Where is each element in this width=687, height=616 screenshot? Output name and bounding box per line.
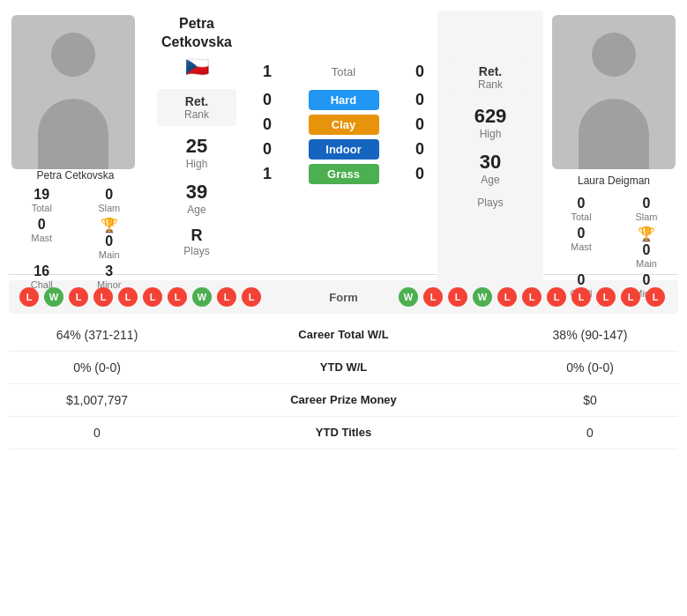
right-plays-section: Plays [477,197,503,209]
left-plays-value: R [183,226,209,245]
left-age-value: 39 [186,181,207,204]
right-total-value: 0 [578,196,586,212]
main-container: Petra Cetkovska 19 Total 0 Slam 0 Mast 🏆… [0,0,687,449]
left-mast-cell: 0 Mast [11,217,72,260]
indoor-right-val: 0 [407,140,433,159]
stat-row-3: 0 YTD Titles 0 [9,417,678,449]
right-rank-label: Rank [465,78,516,91]
right-age-label: Age [480,174,501,186]
right-form-5: L [497,287,517,307]
right-form-badges: W L L W L L L L L L L [379,287,668,307]
surface-grass-row: 1 Grass 0 [254,164,433,184]
right-form-11: L [646,287,665,307]
right-trophy-icon: 🏆 [638,226,655,242]
left-rank-value: Ret. [171,94,222,108]
left-chall-cell: 16 Chall [11,263,72,290]
right-main-value: 0 [643,242,651,258]
left-form-6: L [143,287,162,307]
right-total-cell: 0 Total [552,196,610,222]
right-minor-value: 0 [643,272,651,288]
left-total-value: 19 [34,187,49,203]
left-minor-cell: 3 Minor [79,263,140,290]
right-high-section: 629 High [474,105,507,140]
right-high-label: High [474,128,507,140]
left-age-label: Age [186,204,207,216]
player-comparison-section: Petra Cetkovska 19 Total 0 Slam 0 Mast 🏆… [0,0,687,308]
right-mast-value: 0 [578,226,586,241]
grass-pill: Grass [309,164,379,184]
right-form-8: L [571,287,591,307]
clay-right-val: 0 [407,115,433,134]
left-trophy-icon: 🏆 [101,217,118,234]
stat-right-1: 0% (0-0) [502,360,678,375]
clay-pill: Clay [309,115,379,135]
right-form-4: W [473,287,492,307]
right-total-label: Total [571,212,591,222]
right-slam-label: Slam [635,212,657,222]
form-label: Form [309,289,379,305]
left-plays-label: Plays [183,245,209,257]
left-form-5: L [118,287,138,307]
left-mast-value: 0 [38,217,46,233]
stat-left-3: 0 [9,426,185,440]
stat-row-0: 64% (371-211) Career Total W/L 38% (90-1… [9,319,678,352]
surfaces-area: 1 Total 0 0 Hard 0 0 Clay 0 0 Indoor 0 [250,11,437,303]
total-left-val: 1 [254,63,280,81]
stat-right-2: $0 [502,393,678,407]
stat-right-0: 38% (90-147) [502,328,678,342]
right-rank-value: Ret. [465,64,516,78]
left-total-cell: 19 Total [11,187,72,213]
right-trophy-cell: 🏆 0 Main [617,226,676,269]
left-minor-value: 3 [105,263,113,279]
right-age-value: 30 [480,151,501,174]
right-chall-value: 0 [578,272,586,288]
bottom-stats-section: 64% (371-211) Career Total W/L 38% (90-1… [9,319,678,449]
left-form-7: L [168,287,187,307]
left-form-9: L [217,287,236,307]
left-high-label: High [186,158,208,170]
left-flag: 🇨🇿 [185,56,209,78]
right-rank-section: Ret. Rank [451,59,530,96]
right-form-3: L [448,287,467,307]
stat-center-3: YTD Titles [185,426,502,439]
indoor-pill: Indoor [309,139,379,160]
left-player-stats: 19 Total 0 Slam 0 Mast 🏆 0 Main 16 [11,187,139,290]
left-high-section: 25 High [186,135,208,170]
stat-row-1: 0% (0-0) YTD W/L 0% (0-0) [9,352,678,384]
left-main-label: Main [99,249,120,260]
left-high-value: 25 [186,135,208,158]
right-mast-cell: 0 Mast [552,226,610,269]
hard-pill: Hard [309,90,379,110]
clay-left-val: 0 [254,115,280,134]
right-form-9: L [596,287,616,307]
left-form-8: W [192,287,212,307]
left-main-value: 0 [105,234,113,249]
left-form-10: L [242,287,261,307]
grass-left-val: 1 [254,165,280,183]
stat-center-2: Career Prize Money [185,393,502,406]
surface-hard-row: 0 Hard 0 [254,90,433,110]
right-player-name: Laura Deigman [552,174,676,187]
right-main-label: Main [636,258,657,269]
grass-right-val: 0 [407,165,433,183]
right-mast-label: Mast [571,241,592,252]
left-chall-value: 16 [34,263,49,279]
stat-right-3: 0 [502,426,678,440]
right-slam-cell: 0 Slam [617,196,676,222]
left-age-section: 39 Age [186,181,207,216]
left-form-badges: L W L L L L L W L L [19,287,309,307]
left-form-4: L [93,287,113,307]
surface-total-row: 1 Total 0 [254,59,433,85]
right-player-photo [552,15,676,169]
left-slam-cell: 0 Slam [79,187,140,213]
left-player-area: Petra Cetkovska 19 Total 0 Slam 0 Mast 🏆… [7,11,144,303]
right-form-6: L [522,287,541,307]
left-slam-label: Slam [98,203,120,213]
stat-left-0: 64% (371-211) [9,328,185,342]
surface-indoor-row: 0 Indoor 0 [254,139,433,160]
right-form-2: L [423,287,443,307]
left-rank-section: Ret. Rank [157,89,236,126]
left-middle-panel: Petra Cetkovska 🇨🇿 Ret. Rank 25 High 39 … [144,11,250,303]
right-player-area: Laura Deigman 0 Total 0 Slam 0 Mast 🏆 0 [543,11,680,303]
left-form-1: L [19,287,39,307]
